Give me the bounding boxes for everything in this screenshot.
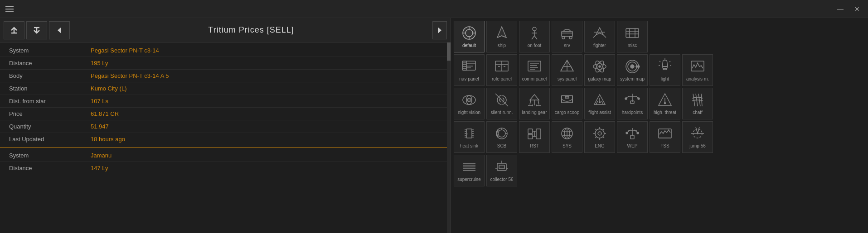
minimize-button[interactable]: — bbox=[834, 5, 846, 14]
icon-fss[interactable]: FSS bbox=[650, 121, 680, 153]
row-value: Pegasi Sector PN-T c3-14 A 5 bbox=[91, 72, 438, 79]
icon-label-eng: ENG bbox=[595, 143, 605, 149]
flight-assist-icon bbox=[592, 92, 608, 108]
module-row: ! heat sink SCB RST SYS ENG bbox=[454, 121, 865, 153]
icon-fighter[interactable]: fighter bbox=[584, 21, 615, 52]
icon-label-sys-panel: sys panel bbox=[558, 76, 577, 82]
toolbar: Tritium Prices [SELL] bbox=[0, 18, 451, 43]
icon-label-light: light bbox=[661, 76, 669, 82]
svg-marker-93 bbox=[565, 96, 569, 98]
icon-cargo-scoop[interactable]: cargo scoop bbox=[552, 88, 582, 119]
icon-label-galaxy-map: galaxy map bbox=[588, 76, 611, 82]
icon-role-panel[interactable]: role panel bbox=[486, 54, 517, 86]
svg-marker-5 bbox=[438, 27, 441, 33]
icon-silent-runn[interactable]: silent runn. bbox=[486, 88, 517, 119]
chaff-icon bbox=[689, 92, 706, 108]
svg-rect-131 bbox=[528, 134, 533, 139]
page-title: Tritium Prices [SELL] bbox=[72, 25, 431, 35]
row-value: Pegasi Sector PN-T c3-14 bbox=[91, 47, 438, 54]
table-row: Body Pegasi Sector PN-T c3-14 A 5 bbox=[0, 70, 447, 82]
svg-line-149 bbox=[595, 137, 596, 138]
icon-hardpoints[interactable]: hardpoints bbox=[617, 88, 648, 119]
svg-point-61 bbox=[630, 65, 634, 68]
svg-point-105 bbox=[625, 98, 627, 100]
analysis-m-icon bbox=[689, 58, 706, 75]
icon-ship[interactable]: ship bbox=[486, 21, 517, 52]
light-icon bbox=[657, 58, 673, 75]
wep-icon bbox=[624, 125, 640, 142]
icon-label-role-panel: role panel bbox=[492, 76, 512, 82]
icon-jump56[interactable]: jump 56 bbox=[682, 121, 713, 153]
menu-button[interactable] bbox=[5, 6, 14, 12]
icon-label-nav-panel: nav panel bbox=[459, 76, 479, 82]
icon-light[interactable]: light bbox=[650, 54, 680, 86]
icon-label-chaff: chaff bbox=[693, 110, 703, 115]
title-bar-left bbox=[5, 6, 14, 12]
row-value: 51.947 bbox=[91, 123, 438, 130]
scrollbar[interactable] bbox=[447, 43, 451, 233]
table-row: Station Kumo City (L) bbox=[0, 82, 447, 95]
icon-label-srv: srv bbox=[564, 43, 570, 48]
row-label: Body bbox=[9, 72, 91, 79]
icon-misc[interactable]: misc bbox=[617, 21, 648, 52]
icon-label-silent-runn: silent runn. bbox=[491, 110, 513, 115]
icon-system-map[interactable]: system map bbox=[617, 54, 648, 86]
svg-rect-130 bbox=[528, 129, 533, 133]
icon-rst[interactable]: RST bbox=[519, 121, 550, 153]
svg-point-106 bbox=[638, 98, 640, 100]
icon-high-threat[interactable]: high. threat bbox=[650, 88, 680, 119]
table-row: Distance 195 Ly bbox=[0, 57, 447, 70]
svg-line-27 bbox=[593, 35, 596, 38]
icon-flight-assist[interactable]: flight assist bbox=[584, 88, 615, 119]
icon-galaxy-map[interactable]: galaxy map bbox=[584, 54, 615, 86]
row-label: Station bbox=[9, 85, 91, 92]
sys-panel-icon bbox=[559, 58, 575, 75]
down-button[interactable] bbox=[26, 21, 47, 39]
icon-eng[interactable]: ENG bbox=[584, 121, 615, 153]
icon-wep[interactable]: WEP bbox=[617, 121, 648, 153]
table-row: System Jamanu bbox=[0, 149, 447, 162]
table-row: Distance 147 Ly bbox=[0, 162, 447, 174]
back-button[interactable] bbox=[49, 21, 70, 39]
svg-point-157 bbox=[626, 132, 628, 134]
icon-comm-panel[interactable]: comm panel bbox=[519, 54, 550, 86]
icon-srv[interactable]: srv bbox=[552, 21, 582, 52]
icon-scb[interactable]: SCB bbox=[486, 121, 517, 153]
icon-collector56[interactable]: collector 56 bbox=[486, 155, 517, 186]
left-panel: Tritium Prices [SELL] System Pegasi Sect… bbox=[0, 18, 451, 233]
icon-on-foot[interactable]: on foot bbox=[519, 21, 550, 52]
icon-analysis-m[interactable]: analysis m. bbox=[682, 54, 713, 86]
svg-rect-29 bbox=[626, 29, 639, 38]
row-value: Jamanu bbox=[91, 152, 438, 159]
scroll-thumb[interactable] bbox=[447, 43, 451, 61]
close-button[interactable]: ✕ bbox=[852, 5, 863, 14]
icon-label-flight-assist: flight assist bbox=[588, 110, 611, 115]
section-divider bbox=[0, 147, 447, 147]
svg-line-147 bbox=[595, 129, 596, 130]
misc-icon bbox=[624, 25, 640, 41]
icon-sys-panel[interactable]: sys panel bbox=[552, 54, 582, 86]
icon-label-system-map: system map bbox=[620, 76, 645, 82]
right-panel: default ship on foot srv fighter misc bbox=[451, 18, 868, 233]
icon-sys[interactable]: SYS bbox=[552, 121, 582, 153]
system-map-icon bbox=[624, 58, 640, 75]
svg-point-77 bbox=[467, 98, 471, 102]
up-button[interactable] bbox=[4, 21, 24, 39]
next-button[interactable] bbox=[432, 21, 447, 39]
icon-supercruise[interactable]: supercruise bbox=[454, 155, 485, 186]
icon-heat-sink[interactable]: ! heat sink bbox=[454, 121, 485, 153]
svg-text:!: ! bbox=[467, 132, 468, 136]
svg-line-83 bbox=[530, 100, 531, 105]
icon-chaff[interactable]: chaff bbox=[682, 88, 713, 119]
icon-landing-gear[interactable]: landing gear bbox=[519, 88, 550, 119]
icon-label-sys: SYS bbox=[563, 143, 572, 149]
jump56-icon bbox=[689, 125, 706, 142]
sys-icon bbox=[559, 125, 575, 142]
category-row: default ship on foot srv fighter misc bbox=[454, 21, 865, 52]
icon-night-vision[interactable]: night vision bbox=[454, 88, 485, 119]
row-value: 147 Ly bbox=[91, 165, 438, 171]
table-row: Price 61.871 CR bbox=[0, 108, 447, 120]
night-vision-icon bbox=[461, 92, 477, 108]
icon-default[interactable]: default bbox=[454, 21, 485, 52]
icon-nav-panel[interactable]: nav panel bbox=[454, 54, 485, 86]
